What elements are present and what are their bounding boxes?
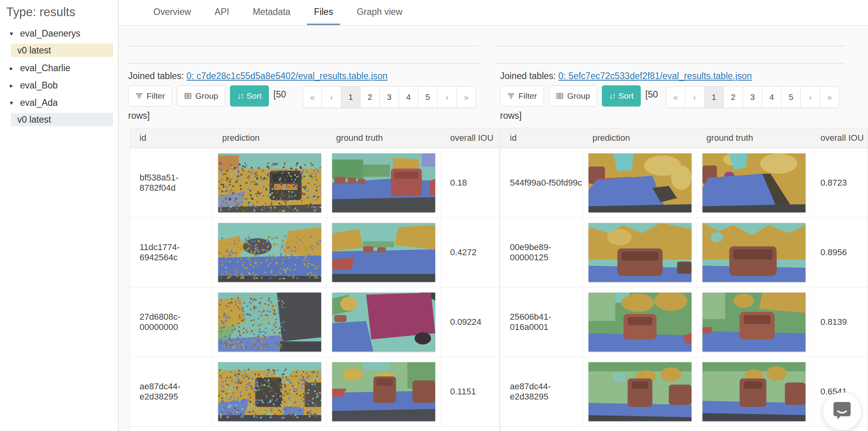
cell-ground-truth (327, 218, 441, 287)
sidebar-item-eval_bob[interactable]: ▸eval_Bob (0, 77, 118, 94)
page-2-button[interactable]: 2 (724, 86, 743, 108)
table-row: 11dc1774-6942564c0.4272 (130, 218, 499, 287)
prediction-image[interactable] (218, 223, 321, 282)
ground-truth-image[interactable] (702, 362, 805, 421)
filter-button[interactable]: Filter (500, 85, 544, 107)
column-header-overall-iou[interactable]: overall IOU (811, 128, 868, 148)
ground-truth-image[interactable] (332, 293, 435, 352)
column-header-prediction[interactable]: prediction (213, 128, 327, 148)
prediction-image[interactable] (218, 153, 321, 212)
ground-truth-image[interactable] (332, 223, 435, 282)
cell-id: 544f99a0-f50fd99c (500, 148, 583, 217)
caret-right-icon[interactable]: ▸ (8, 64, 15, 72)
cell-ground-truth (697, 287, 811, 357)
pagination: «‹12345›» (666, 86, 839, 108)
cell-ground-truth (697, 357, 811, 426)
filter-button[interactable]: Filter (128, 85, 172, 107)
tab-graph-view[interactable]: Graph view (349, 0, 409, 25)
cell-overall-iou: 0.09224 (441, 287, 499, 357)
page-1-button[interactable]: 1 (704, 86, 724, 108)
cell-id: ae87dc44-e2d38295 (500, 357, 583, 426)
prediction-image[interactable] (218, 293, 321, 352)
cell-id: 11dc1774-6942564c (130, 218, 213, 287)
chat-widget-button[interactable] (823, 392, 861, 430)
column-header-overall-iou[interactable]: overall IOU (441, 128, 499, 148)
table-row: 00e9be89-000001250.8956 (500, 218, 868, 287)
ground-truth-image[interactable] (332, 362, 435, 421)
sort-button[interactable]: ↓↑ Sort (230, 85, 269, 107)
page-3-button[interactable]: 3 (743, 86, 762, 108)
cell-overall-iou: 0.1151 (441, 357, 499, 426)
cell-id: 27d6808c-00000000 (130, 287, 213, 357)
caret-down-icon[interactable]: ▾ (8, 99, 15, 107)
prediction-image[interactable] (218, 362, 321, 421)
pager-nav-button[interactable]: « (666, 86, 685, 108)
tab-metadata[interactable]: Metadata (246, 0, 298, 25)
version-item[interactable]: v0 latest (11, 113, 113, 126)
column-header-prediction[interactable]: prediction (583, 128, 697, 148)
pager-nav-button[interactable]: ‹ (322, 86, 341, 108)
pager-nav-button[interactable]: ‹ (685, 86, 704, 108)
caret-right-icon[interactable]: ▸ (8, 82, 15, 89)
sidebar-item-eval_daenerys[interactable]: ▾eval_Daenerys (0, 25, 118, 42)
prediction-image[interactable] (588, 223, 691, 282)
sidebar-title: Type: results (0, 0, 118, 19)
page-2-button[interactable]: 2 (360, 86, 380, 108)
page-4-button[interactable]: 4 (762, 86, 782, 108)
sidebar-item-eval_charlie[interactable]: ▸eval_Charlie (0, 59, 118, 77)
group-icon (184, 92, 192, 100)
results-table-left: idpredictionground truthoverall IOUbf538… (130, 128, 499, 431)
table-row: bf538a51-8782f04d0.18 (130, 148, 499, 218)
divider (496, 46, 845, 46)
filter-label: Filter (519, 91, 537, 101)
caret-down-icon[interactable]: ▾ (8, 30, 15, 37)
ground-truth-image[interactable] (702, 223, 805, 282)
artifact-name: eval_Charlie (20, 63, 70, 74)
pager-nav-button[interactable]: » (457, 86, 476, 108)
table-header-row: idpredictionground truthoverall IOU (500, 128, 868, 148)
group-button[interactable]: Group (177, 85, 225, 107)
cell-prediction (583, 357, 697, 426)
joined-table-link[interactable]: 0: 5efc7ec72c533def2f81/eval_results.tab… (558, 71, 752, 81)
ground-truth-image[interactable] (702, 153, 805, 212)
column-header-ground-truth[interactable]: ground truth (327, 128, 441, 148)
tab-api[interactable]: API (208, 0, 236, 25)
pager-nav-button[interactable]: » (820, 86, 839, 108)
page-5-button[interactable]: 5 (418, 86, 438, 108)
cell-id: ae87dc44-e2d38295 (130, 357, 213, 426)
ground-truth-image[interactable] (702, 293, 805, 352)
sort-button[interactable]: ↓↑ Sort (602, 85, 641, 107)
page-4-button[interactable]: 4 (399, 86, 418, 108)
artifact-tree: ▾eval_Daenerysv0 latest▸eval_Charlie▸eva… (0, 25, 118, 126)
sidebar-item-eval_ada[interactable]: ▾eval_Ada (0, 94, 118, 111)
pager-nav-button[interactable]: « (303, 86, 322, 108)
column-header-id[interactable]: id (500, 128, 583, 148)
column-header-id[interactable]: id (130, 128, 213, 148)
cell-prediction (583, 148, 697, 217)
joined-table-link[interactable]: 0: c7de28c1c55d5a8e5402/eval_results.tab… (186, 71, 388, 81)
page-3-button[interactable]: 3 (380, 86, 399, 108)
table-row: 27d6808c-000000000.09224 (130, 287, 499, 357)
cell-id: 00e9be89-00000125 (500, 218, 583, 287)
controls-left: Filter Group ↓↑ Sort [50 rows] (500, 85, 675, 126)
divider (496, 63, 845, 64)
prediction-image[interactable] (588, 362, 691, 421)
page-5-button[interactable]: 5 (782, 86, 801, 108)
ground-truth-image[interactable] (332, 153, 435, 212)
group-icon (556, 92, 564, 100)
prediction-image[interactable] (588, 153, 691, 212)
table-header-row: idpredictionground truthoverall IOU (130, 128, 499, 148)
page-1-button[interactable]: 1 (341, 86, 360, 108)
table-row: 25606b41-016a00010.8139 (500, 287, 868, 357)
pager-nav-button[interactable]: › (438, 86, 457, 108)
column-header-ground-truth[interactable]: ground truth (697, 128, 811, 148)
cell-overall-iou: 0.8139 (811, 287, 868, 357)
pager-nav-button[interactable]: › (801, 86, 820, 108)
cell-ground-truth (327, 287, 441, 357)
tab-overview[interactable]: Overview (146, 0, 198, 25)
tab-files[interactable]: Files (307, 0, 340, 25)
version-item[interactable]: v0 latest (11, 44, 113, 57)
prediction-image[interactable] (588, 293, 691, 352)
group-button[interactable]: Group (549, 85, 597, 107)
sort-label: Sort (618, 91, 634, 101)
